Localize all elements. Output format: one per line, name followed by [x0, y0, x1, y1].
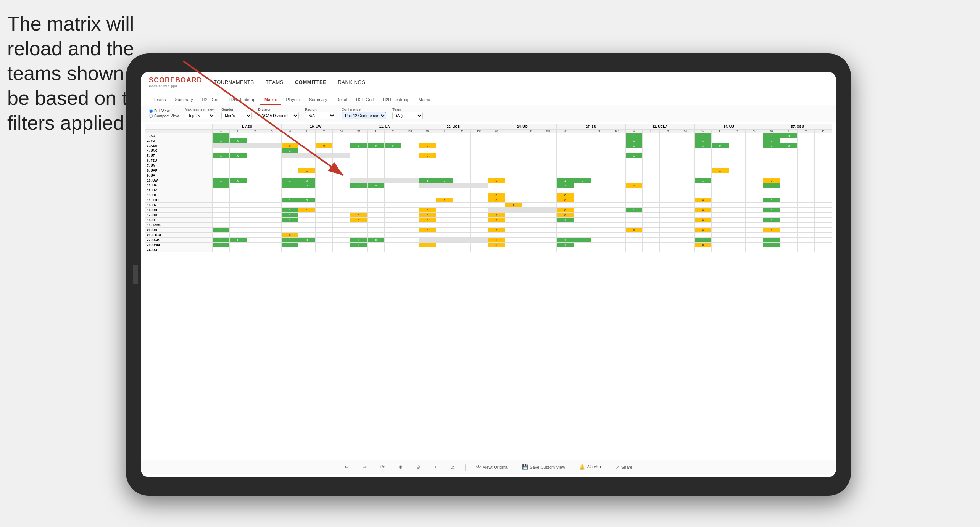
matrix-cell — [814, 133, 832, 138]
matrix-cell — [488, 203, 505, 208]
matrix-container: 3. ASU 10. UW 11. UA 22. UCB 24. UO 27. … — [141, 124, 836, 252]
watch-button[interactable]: 🔔 Watch ▾ — [576, 463, 605, 471]
matrix-cell — [367, 178, 384, 183]
matrix-cell — [367, 133, 384, 138]
matrix-cell — [557, 168, 574, 173]
matrix-cell — [780, 148, 798, 153]
matrix-cell — [608, 143, 625, 148]
time-button[interactable]: ⧖ — [448, 463, 458, 471]
matrix-cell — [625, 193, 643, 198]
matrix-cell — [729, 183, 746, 188]
matrix-cell — [608, 153, 625, 158]
matrix-cell — [539, 233, 557, 238]
nav-tournaments[interactable]: TOURNAMENTS — [214, 78, 254, 87]
team-select[interactable]: (All) — [392, 112, 423, 119]
nav-committee[interactable]: COMMITTEE — [295, 78, 327, 87]
matrix-cell — [264, 143, 281, 148]
matrix-cell — [522, 158, 539, 163]
matrix-scroll-area[interactable]: 3. ASU 10. UW 11. UA 22. UCB 24. UO 27. … — [141, 122, 836, 460]
matrix-cell — [316, 183, 333, 188]
matrix-cell — [729, 208, 746, 213]
matrix-cell — [453, 153, 471, 158]
row-label-9: 10. UW — [145, 178, 213, 183]
row-label-15: 16. UO — [145, 208, 213, 213]
row-label-23: 24. UO — [145, 247, 213, 252]
matrix-cell — [574, 153, 591, 158]
add-button[interactable]: + — [431, 463, 440, 471]
gender-select[interactable]: Men's Women's — [221, 112, 252, 119]
matrix-cell — [333, 233, 350, 238]
region-label: Region — [305, 108, 335, 111]
sub-nav-summary2[interactable]: Summary — [305, 95, 332, 105]
matrix-cell — [814, 243, 832, 247]
sub-nav-matrix[interactable]: Matrix — [260, 95, 281, 105]
matrix-cell — [522, 163, 539, 168]
conference-select[interactable]: Pac-12 Conference (All) ACC Big Ten — [342, 112, 386, 119]
matrix-cell — [367, 228, 384, 233]
redo-button[interactable]: ↪ — [359, 463, 370, 471]
refresh-button[interactable]: ⟳ — [377, 463, 388, 471]
matrix-cell — [316, 173, 333, 178]
matrix-cell — [350, 133, 367, 138]
matrix-cell — [264, 213, 281, 218]
matrix-cell — [539, 153, 557, 158]
matrix-cell — [643, 158, 660, 163]
compact-view-radio[interactable]: Compact View — [149, 114, 179, 118]
matrix-cell — [384, 233, 401, 238]
sub-nav-players[interactable]: Players — [281, 95, 305, 105]
sub-nav-h2h-heatmap[interactable]: H2H Heatmap — [224, 95, 260, 105]
save-custom-button[interactable]: 💾 Save Custom View — [519, 463, 568, 471]
matrix-cell — [384, 133, 401, 138]
matrix-cell — [264, 153, 281, 158]
matrix-cell — [298, 148, 316, 153]
matrix-cell — [247, 168, 264, 173]
matrix-cell — [333, 238, 350, 243]
matrix-cell — [229, 228, 247, 233]
matrix-cell — [453, 213, 471, 218]
max-teams-select[interactable]: Top 25 Top 50 All — [185, 112, 215, 119]
matrix-cell — [470, 178, 488, 183]
zoom-in-button[interactable]: ⊕ — [395, 463, 406, 471]
matrix-cell: 0 — [694, 198, 711, 203]
matrix-cell — [488, 158, 505, 163]
matrix-cell — [643, 188, 660, 193]
nav-rankings[interactable]: RANKINGS — [338, 78, 365, 87]
sub-nav-teams[interactable]: Teams — [149, 95, 170, 105]
matrix-cell — [419, 138, 436, 143]
matrix-cell — [229, 203, 247, 208]
full-view-radio[interactable]: Full View — [149, 109, 179, 113]
matrix-cell — [625, 203, 643, 208]
matrix-cell — [574, 183, 591, 188]
row-label-22: 23. UNM — [145, 243, 213, 247]
sub-w-ucla: W — [625, 130, 643, 133]
app-logo: SCOREBOARD — [149, 76, 202, 84]
matrix-cell — [522, 148, 539, 153]
matrix-cell — [247, 247, 264, 252]
view-original-button[interactable]: 👁 View: Original — [473, 463, 512, 471]
matrix-cell — [316, 178, 333, 183]
sub-nav-h2h-grid2[interactable]: H2H Grid — [351, 95, 378, 105]
sub-nav-detail[interactable]: Detail — [332, 95, 351, 105]
nav-teams[interactable]: TEAMS — [266, 78, 284, 87]
matrix-cell — [625, 218, 643, 223]
matrix-cell — [384, 213, 401, 218]
sub-nav-summary[interactable]: Summary — [170, 95, 197, 105]
matrix-cell — [694, 168, 711, 173]
matrix-cell — [264, 223, 281, 228]
sub-nav-h2h-grid[interactable]: H2H Grid — [197, 95, 224, 105]
share-button[interactable]: ↗ Share — [612, 463, 635, 471]
matrix-cell — [367, 213, 384, 218]
region-select[interactable]: N/A East West — [305, 112, 335, 119]
zoom-out-button[interactable]: ⊖ — [413, 463, 424, 471]
matrix-cell: 1 — [281, 213, 298, 218]
matrix-cell — [436, 163, 453, 168]
matrix-cell — [470, 133, 488, 138]
matrix-cell — [505, 163, 522, 168]
sub-nav-h2h-heatmap2[interactable]: H2H Heatmap — [378, 95, 414, 105]
undo-button[interactable]: ↩ — [342, 463, 352, 471]
sub-nav-matrix2[interactable]: Matrix — [414, 95, 435, 105]
division-select[interactable]: NCAA Division I NCAA Division II NCAA Di… — [258, 112, 299, 119]
matrix-cell — [505, 193, 522, 198]
matrix-cell — [488, 148, 505, 153]
matrix-cell — [625, 198, 643, 203]
